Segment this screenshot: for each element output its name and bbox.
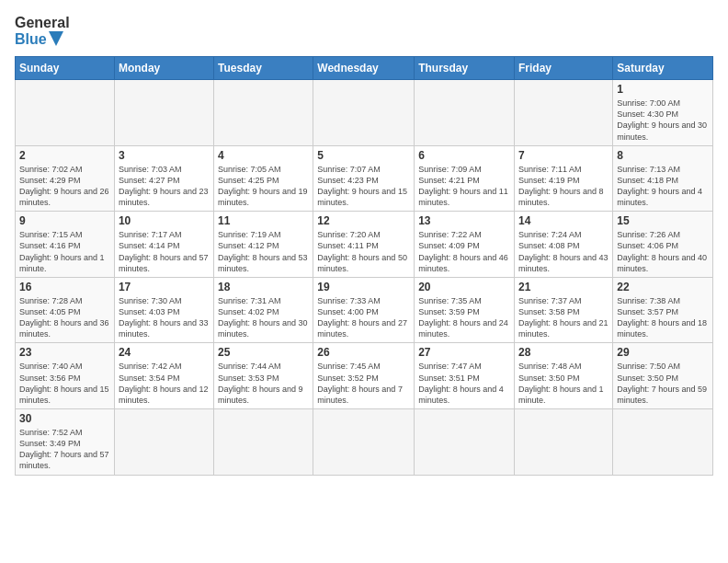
logo-chevron [49,31,67,46]
day-info: Sunrise: 7:19 AM Sunset: 4:12 PM Dayligh… [218,229,309,274]
day-number: 4 [218,149,309,162]
day-info: Sunrise: 7:15 AM Sunset: 4:16 PM Dayligh… [19,229,110,274]
day-info: Sunrise: 7:00 AM Sunset: 4:30 PM Dayligh… [617,98,709,143]
page: General Blue Sunday Monday Tuesday Wedne… [0,0,728,563]
calendar-cell: 11Sunrise: 7:19 AM Sunset: 4:12 PM Dayli… [214,212,313,278]
day-info: Sunrise: 7:35 AM Sunset: 3:59 PM Dayligh… [418,295,510,340]
day-info: Sunrise: 7:42 AM Sunset: 3:54 PM Dayligh… [119,361,210,406]
header-friday: Friday [515,57,613,80]
calendar-cell: 9Sunrise: 7:15 AM Sunset: 4:16 PM Daylig… [16,212,115,278]
calendar-week-row: 2Sunrise: 7:02 AM Sunset: 4:29 PM Daylig… [16,145,713,212]
calendar-cell [16,80,115,146]
logo-blue: Blue [15,31,70,48]
calendar-cell: 15Sunrise: 7:26 AM Sunset: 4:06 PM Dayli… [613,212,713,278]
calendar-cell [613,409,713,476]
day-number: 6 [418,149,510,162]
day-number: 26 [317,346,410,359]
day-number: 28 [518,346,609,359]
day-info: Sunrise: 7:30 AM Sunset: 4:03 PM Dayligh… [119,295,210,340]
calendar-cell [313,409,415,476]
calendar-cell [515,409,613,476]
day-number: 27 [418,346,510,359]
header-thursday: Thursday [415,57,515,80]
day-number: 14 [518,214,609,227]
calendar-cell: 27Sunrise: 7:47 AM Sunset: 3:51 PM Dayli… [415,343,515,409]
calendar-cell: 23Sunrise: 7:40 AM Sunset: 3:56 PM Dayli… [16,343,115,409]
day-info: Sunrise: 7:50 AM Sunset: 3:50 PM Dayligh… [617,361,709,406]
calendar-cell: 2Sunrise: 7:02 AM Sunset: 4:29 PM Daylig… [16,145,115,212]
calendar-cell [415,80,515,146]
calendar-cell: 21Sunrise: 7:37 AM Sunset: 3:58 PM Dayli… [515,277,613,343]
day-info: Sunrise: 7:05 AM Sunset: 4:25 PM Dayligh… [218,164,309,209]
calendar-table: Sunday Monday Tuesday Wednesday Thursday… [15,56,713,475]
calendar-cell: 14Sunrise: 7:24 AM Sunset: 4:08 PM Dayli… [515,212,613,278]
calendar-cell: 28Sunrise: 7:48 AM Sunset: 3:50 PM Dayli… [515,343,613,409]
day-info: Sunrise: 7:24 AM Sunset: 4:08 PM Dayligh… [518,229,609,274]
calendar-header-row: Sunday Monday Tuesday Wednesday Thursday… [16,57,713,80]
day-number: 12 [317,214,410,227]
calendar-cell: 12Sunrise: 7:20 AM Sunset: 4:11 PM Dayli… [313,212,415,278]
calendar-cell: 22Sunrise: 7:38 AM Sunset: 3:57 PM Dayli… [613,277,713,343]
calendar-cell: 18Sunrise: 7:31 AM Sunset: 4:02 PM Dayli… [214,277,313,343]
calendar-cell [515,80,613,146]
calendar-cell: 29Sunrise: 7:50 AM Sunset: 3:50 PM Dayli… [613,343,713,409]
day-info: Sunrise: 7:09 AM Sunset: 4:21 PM Dayligh… [418,164,510,209]
day-info: Sunrise: 7:37 AM Sunset: 3:58 PM Dayligh… [518,295,609,340]
day-number: 7 [518,149,609,162]
calendar-cell: 20Sunrise: 7:35 AM Sunset: 3:59 PM Dayli… [415,277,515,343]
calendar-cell: 19Sunrise: 7:33 AM Sunset: 4:00 PM Dayli… [313,277,415,343]
day-info: Sunrise: 7:22 AM Sunset: 4:09 PM Dayligh… [418,229,510,274]
calendar-week-row: 9Sunrise: 7:15 AM Sunset: 4:16 PM Daylig… [16,212,713,278]
day-number: 3 [119,149,210,162]
calendar-cell: 10Sunrise: 7:17 AM Sunset: 4:14 PM Dayli… [114,212,213,278]
day-info: Sunrise: 7:03 AM Sunset: 4:27 PM Dayligh… [119,164,210,209]
calendar-cell [114,409,213,476]
logo-general: General [15,15,70,31]
day-number: 23 [19,346,110,359]
calendar-cell [214,80,313,146]
day-number: 21 [518,281,609,293]
day-info: Sunrise: 7:13 AM Sunset: 4:18 PM Dayligh… [617,164,709,209]
day-number: 2 [19,149,110,162]
header-sunday: Sunday [16,57,115,80]
calendar-cell: 30Sunrise: 7:52 AM Sunset: 3:49 PM Dayli… [16,409,115,476]
day-number: 20 [418,281,510,293]
day-number: 30 [19,412,110,425]
calendar-cell [214,409,313,476]
calendar-week-row: 1Sunrise: 7:00 AM Sunset: 4:30 PM Daylig… [16,80,713,146]
day-number: 18 [218,281,309,293]
day-info: Sunrise: 7:38 AM Sunset: 3:57 PM Dayligh… [617,295,709,340]
header-saturday: Saturday [613,57,713,80]
calendar-cell: 16Sunrise: 7:28 AM Sunset: 4:05 PM Dayli… [16,277,115,343]
calendar-cell: 8Sunrise: 7:13 AM Sunset: 4:18 PM Daylig… [613,145,713,212]
day-info: Sunrise: 7:17 AM Sunset: 4:14 PM Dayligh… [119,229,210,274]
day-info: Sunrise: 7:02 AM Sunset: 4:29 PM Dayligh… [19,164,110,209]
day-info: Sunrise: 7:52 AM Sunset: 3:49 PM Dayligh… [19,427,110,472]
calendar-week-row: 30Sunrise: 7:52 AM Sunset: 3:49 PM Dayli… [16,409,713,476]
day-info: Sunrise: 7:40 AM Sunset: 3:56 PM Dayligh… [19,361,110,406]
header-tuesday: Tuesday [214,57,313,80]
day-number: 19 [317,281,410,293]
logo-text: General Blue [15,15,70,47]
day-number: 1 [617,83,709,96]
calendar-cell [114,80,213,146]
calendar-cell: 25Sunrise: 7:44 AM Sunset: 3:53 PM Dayli… [214,343,313,409]
day-info: Sunrise: 7:28 AM Sunset: 4:05 PM Dayligh… [19,295,110,340]
day-info: Sunrise: 7:31 AM Sunset: 4:02 PM Dayligh… [218,295,309,340]
day-number: 29 [617,346,709,359]
calendar-cell [415,409,515,476]
svg-marker-0 [49,31,63,46]
calendar-week-row: 23Sunrise: 7:40 AM Sunset: 3:56 PM Dayli… [16,343,713,409]
calendar-week-row: 16Sunrise: 7:28 AM Sunset: 4:05 PM Dayli… [16,277,713,343]
day-number: 13 [418,214,510,227]
calendar-cell [313,80,415,146]
day-number: 8 [617,149,709,162]
header-monday: Monday [114,57,213,80]
day-info: Sunrise: 7:47 AM Sunset: 3:51 PM Dayligh… [418,361,510,406]
calendar-cell: 4Sunrise: 7:05 AM Sunset: 4:25 PM Daylig… [214,145,313,212]
day-number: 17 [119,281,210,293]
calendar-cell: 6Sunrise: 7:09 AM Sunset: 4:21 PM Daylig… [415,145,515,212]
day-number: 22 [617,281,709,293]
calendar-cell: 3Sunrise: 7:03 AM Sunset: 4:27 PM Daylig… [114,145,213,212]
calendar-cell: 26Sunrise: 7:45 AM Sunset: 3:52 PM Dayli… [313,343,415,409]
